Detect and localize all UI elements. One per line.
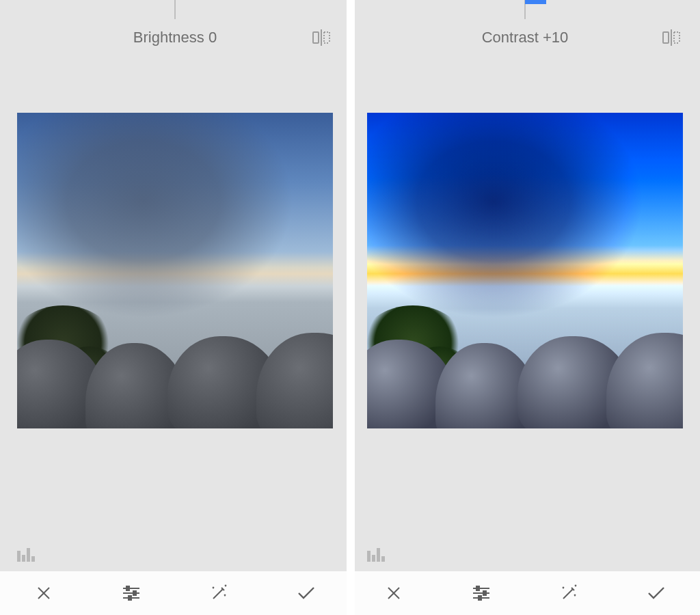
editor-pane-right: Contrast +10 — [350, 0, 700, 615]
slider-center-tick — [174, 0, 176, 19]
histogram-icon[interactable] — [367, 547, 385, 562]
auto-fix-icon[interactable] — [555, 579, 582, 607]
svg-rect-8 — [27, 548, 30, 562]
svg-rect-0 — [313, 32, 319, 43]
svg-rect-19 — [663, 32, 669, 43]
svg-rect-15 — [133, 591, 136, 595]
close-icon[interactable] — [30, 579, 57, 607]
check-icon[interactable] — [643, 579, 670, 607]
svg-rect-6 — [17, 551, 21, 562]
photo-preview[interactable] — [367, 113, 683, 428]
svg-rect-27 — [377, 548, 380, 562]
svg-rect-9 — [31, 556, 35, 562]
bottom-toolbar — [350, 571, 700, 615]
adjustment-label: Brightness 0 — [133, 29, 217, 46]
svg-rect-25 — [367, 551, 371, 562]
bottom-toolbar — [0, 571, 350, 615]
adjustment-label: Contrast +10 — [482, 29, 569, 46]
histogram-icon[interactable] — [17, 547, 35, 562]
adjustment-header: Contrast +10 — [350, 20, 700, 55]
close-icon[interactable] — [380, 579, 407, 607]
svg-rect-28 — [381, 556, 385, 562]
svg-rect-36 — [479, 596, 481, 600]
photo-preview[interactable] — [17, 113, 333, 428]
slider-track[interactable] — [0, 0, 350, 4]
slider-fill — [525, 0, 546, 4]
slider-track[interactable] — [350, 0, 700, 4]
auto-fix-icon[interactable] — [205, 579, 232, 607]
svg-rect-34 — [483, 591, 486, 595]
svg-rect-32 — [476, 586, 479, 590]
compare-icon[interactable] — [662, 29, 681, 46]
svg-rect-7 — [22, 555, 25, 562]
tune-icon[interactable] — [468, 579, 495, 607]
tune-icon[interactable] — [118, 579, 145, 607]
svg-line-18 — [213, 589, 223, 599]
adjustment-header: Brightness 0 — [0, 20, 350, 55]
svg-rect-26 — [372, 555, 375, 562]
svg-rect-17 — [129, 596, 131, 600]
check-icon[interactable] — [293, 579, 320, 607]
editor-pane-left: Brightness 0 — [0, 0, 350, 615]
pane-divider — [347, 0, 355, 615]
compare-icon[interactable] — [312, 29, 331, 46]
svg-rect-13 — [126, 586, 129, 590]
svg-line-37 — [563, 589, 573, 599]
